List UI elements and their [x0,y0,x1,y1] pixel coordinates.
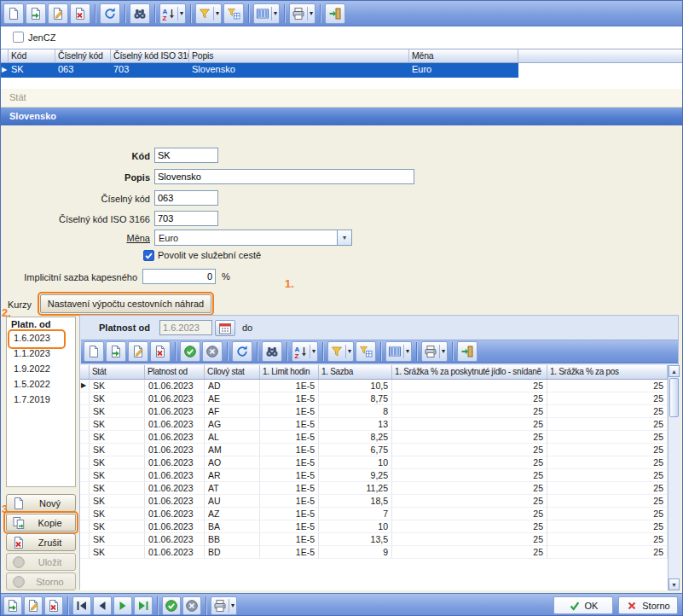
rates-cell[interactable]: SK [90,431,145,443]
rates-cell[interactable]: 1E-5 [260,431,319,443]
print-button[interactable]: ▾ [421,341,448,362]
rates-cell[interactable]: 9 [319,546,392,558]
rates-cell[interactable]: 1E-5 [260,508,319,520]
dropdown-arrow-icon[interactable]: ▾ [177,7,183,20]
platnost-item[interactable]: 1.5.2022 [10,378,63,392]
povolit-checkbox[interactable] [143,250,154,261]
table-row[interactable]: SK01.06.2023BD1E-592525 [80,546,668,559]
jencz-checkbox[interactable] [13,32,24,43]
rates-cell[interactable]: SK [90,444,145,456]
rates-cell[interactable]: 01.06.2023 [145,533,205,545]
rates-cell[interactable]: 25 [392,469,547,481]
rates-cell[interactable]: SK [90,533,145,545]
rates-cell[interactable]: SK [90,508,145,520]
country-cell[interactable]: Slovensko [189,63,409,78]
rates-cell[interactable]: 01.06.2023 [145,495,205,507]
binoculars-button[interactable] [130,3,150,24]
rates-cell[interactable]: BA [205,520,260,532]
nav-last-button[interactable] [134,596,153,615]
rates-cell[interactable]: 01.06.2023 [145,508,205,520]
rates-cell[interactable]: 25 [547,533,668,545]
chevron-down-icon[interactable]: ▾ [337,230,351,245]
rates-cell[interactable]: 01.06.2023 [145,431,205,443]
calendar-button[interactable] [215,320,235,336]
rates-cell[interactable]: 1E-5 [260,405,319,417]
country-column-header[interactable]: Číselný kód [55,49,111,62]
rates-cell[interactable]: 25 [392,533,547,545]
rates-cell[interactable]: 25 [547,444,668,456]
rates-cell[interactable]: SK [90,418,145,430]
rates-cell[interactable]: 25 [392,456,547,468]
rates-column-header[interactable]: 1. Srážka % za pos [547,365,668,379]
rates-cell[interactable]: 1E-5 [260,469,319,481]
scroll-down-icon[interactable]: ▼ [669,578,680,590]
filter-grid-button[interactable] [356,341,376,362]
platnost-item[interactable]: 1.7.2019 [10,393,63,408]
rates-cell[interactable]: 25 [392,392,547,404]
rates-cell[interactable]: 25 [392,546,547,558]
table-row[interactable]: SK01.06.2023AF1E-582525 [80,405,668,418]
rates-cell[interactable]: SK [90,392,145,404]
table-row[interactable]: SK01.06.2023AO1E-5102525 [80,456,668,469]
rates-cell[interactable]: 01.06.2023 [145,380,205,392]
delete-doc-button[interactable] [70,3,90,24]
rates-cell[interactable]: 25 [392,418,547,430]
rates-cell[interactable]: 25 [392,405,547,417]
rates-cell[interactable]: 10 [319,456,392,468]
rates-cell[interactable]: AU [205,495,260,507]
rates-column-header[interactable]: 1. Limit hodin [260,365,319,379]
vertical-scrollbar[interactable]: ▲ ▼ [668,365,680,590]
rates-cell[interactable]: AR [205,469,260,481]
rates-cell[interactable]: 1E-5 [260,495,319,507]
print-button[interactable]: ▾ [289,3,315,24]
rates-cell[interactable]: 01.06.2023 [145,456,205,468]
rates-cell[interactable]: 1E-5 [260,444,319,456]
dropdown-arrow-icon[interactable]: ▾ [307,7,313,20]
rates-cell[interactable]: 01.06.2023 [145,392,205,404]
ok-button[interactable]: OK [553,596,613,614]
sort-az-button[interactable]: AZ▾ [159,3,186,24]
open-doc-button[interactable] [3,596,22,615]
rates-cell[interactable]: 25 [547,392,668,404]
storno-bottom-button[interactable]: Storno [618,596,678,614]
rates-cell[interactable]: SK [90,546,145,558]
scroll-up-icon[interactable]: ▲ [669,365,680,377]
columns-button[interactable]: ▾ [253,3,280,24]
ciselny-kod-input[interactable] [154,190,218,206]
rates-cell[interactable]: SK [90,405,145,417]
rates-cell[interactable]: 8,25 [319,431,392,443]
rates-cell[interactable]: SK [90,495,145,507]
rates-cell[interactable]: 01.06.2023 [145,482,205,494]
table-row[interactable]: SK01.06.2023AU1E-518,52525 [80,495,668,508]
rates-cell[interactable]: 25 [392,431,547,443]
delete-doc-button[interactable] [150,341,171,362]
rates-cell[interactable]: 01.06.2023 [145,444,205,456]
cancel-circle-button[interactable] [202,341,223,362]
edit-doc-button[interactable] [48,3,68,24]
zrusit-button[interactable]: Zrušit [6,533,76,551]
new-doc-button[interactable] [84,341,104,362]
rates-cell[interactable]: AZ [205,508,260,520]
country-grid-row[interactable]: ▶SK063703SlovenskoEuro [1,63,518,78]
country-column-header[interactable]: Kód [9,49,55,62]
platnost-item[interactable]: 1.6.2023 [10,332,63,346]
rates-cell[interactable]: 25 [547,405,668,417]
rates-cell[interactable]: 9,25 [319,469,392,481]
binoculars-button[interactable] [262,341,282,362]
rates-cell[interactable]: 6,75 [319,444,392,456]
rates-cell[interactable]: AO [205,456,260,468]
country-column-header[interactable]: Číselný kód ISO 3166 [111,49,189,62]
rates-cell[interactable]: 25 [392,380,547,392]
rates-cell[interactable]: 25 [547,546,668,558]
rates-cell[interactable]: 1E-5 [260,418,319,430]
rates-column-header[interactable]: Stát [90,365,145,379]
rates-cell[interactable]: SK [90,482,145,494]
open-doc-button[interactable] [106,341,126,362]
rates-cell[interactable]: 1E-5 [260,546,319,558]
rates-cell[interactable]: AG [205,418,260,430]
scrollbar-thumb[interactable] [669,378,679,417]
table-row[interactable]: SK01.06.2023AR1E-59,252525 [80,469,668,482]
country-column-header[interactable]: Popis [189,49,409,62]
rates-cell[interactable]: 1E-5 [260,392,319,404]
dropdown-arrow-icon[interactable]: ▾ [310,345,315,358]
